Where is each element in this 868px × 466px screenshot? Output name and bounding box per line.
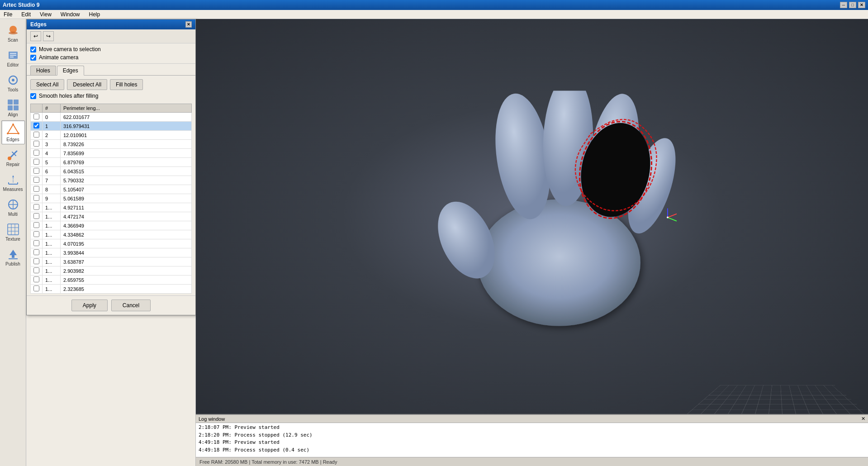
apply-button[interactable]: Apply xyxy=(71,300,108,311)
sidebar-item-edges[interactable]: Edges xyxy=(1,120,25,144)
row-checkbox[interactable] xyxy=(33,123,39,128)
viewport-3d[interactable] xyxy=(196,19,868,414)
row-checkbox-cell[interactable] xyxy=(31,285,43,294)
row-checkbox[interactable] xyxy=(33,222,39,228)
col-checkbox xyxy=(31,104,43,113)
row-checkbox[interactable] xyxy=(33,204,39,210)
row-checkbox[interactable] xyxy=(33,159,39,165)
cancel-button[interactable]: Cancel xyxy=(111,300,151,311)
table-row[interactable]: 5 6.879769 xyxy=(31,158,192,167)
table-row[interactable]: 0 622.031677 xyxy=(31,113,192,122)
row-checkbox-cell[interactable] xyxy=(31,122,43,131)
row-checkbox[interactable] xyxy=(33,258,39,264)
move-camera-checkbox[interactable] xyxy=(30,47,36,52)
row-checkbox-cell[interactable] xyxy=(31,158,43,167)
table-row[interactable]: 1... 4.927111 xyxy=(31,203,192,212)
tab-edges[interactable]: Edges xyxy=(57,66,84,76)
row-checkbox-cell[interactable] xyxy=(31,185,43,194)
row-checkbox[interactable] xyxy=(33,177,39,183)
row-checkbox-cell[interactable] xyxy=(31,248,43,257)
move-camera-option[interactable]: Move camera to selection xyxy=(30,46,192,52)
menu-view[interactable]: View xyxy=(38,11,53,18)
table-row[interactable]: 4 7.835699 xyxy=(31,149,192,158)
maximize-button[interactable]: □ xyxy=(849,2,856,8)
row-checkbox-cell[interactable] xyxy=(31,194,43,203)
row-checkbox-cell[interactable] xyxy=(31,230,43,239)
table-row[interactable]: 1... 3.993844 xyxy=(31,248,192,257)
smooth-holes-option[interactable]: Smooth holes after filling xyxy=(30,93,192,99)
row-checkbox-cell[interactable] xyxy=(31,257,43,266)
row-checkbox[interactable] xyxy=(33,276,39,282)
sidebar-item-editor[interactable]: Editor xyxy=(1,46,25,70)
tab-holes[interactable]: Holes xyxy=(30,66,56,75)
row-checkbox[interactable] xyxy=(33,141,39,147)
close-button[interactable]: ✕ xyxy=(858,2,865,8)
row-checkbox-cell[interactable] xyxy=(31,149,43,158)
row-checkbox[interactable] xyxy=(33,195,39,201)
row-checkbox[interactable] xyxy=(33,285,39,291)
row-index: 6 xyxy=(43,167,61,176)
sidebar-item-tools[interactable]: Tools xyxy=(1,71,25,95)
table-row[interactable]: 1... 2.903982 xyxy=(31,266,192,276)
fill-holes-button[interactable]: Fill holes xyxy=(110,79,143,90)
row-checkbox-cell[interactable] xyxy=(31,176,43,185)
row-checkbox-cell[interactable] xyxy=(31,113,43,122)
sidebar-item-scan[interactable]: Scan xyxy=(1,21,25,45)
menu-edit[interactable]: Edit xyxy=(19,11,33,18)
table-row[interactable]: 1... 4.070195 xyxy=(31,239,192,248)
table-row[interactable]: 1... 4.366949 xyxy=(31,221,192,230)
row-checkbox[interactable] xyxy=(33,186,39,192)
table-row[interactable]: 1... 4.472174 xyxy=(31,212,192,221)
sidebar-item-publish[interactable]: Publish xyxy=(1,245,25,269)
row-checkbox[interactable] xyxy=(33,132,39,138)
table-row[interactable]: 1... 2.323685 xyxy=(31,285,192,294)
table-row[interactable]: 9 5.061589 xyxy=(31,194,192,203)
row-checkbox-cell[interactable] xyxy=(31,212,43,221)
svg-point-1 xyxy=(9,32,18,34)
table-row[interactable]: 2 12.010901 xyxy=(31,131,192,140)
sidebar-item-repair[interactable]: Repair xyxy=(1,145,25,169)
row-checkbox-cell[interactable] xyxy=(31,221,43,230)
table-row[interactable]: 1... 4.334862 xyxy=(31,230,192,239)
minimize-button[interactable]: ─ xyxy=(840,2,847,8)
row-checkbox[interactable] xyxy=(33,213,39,219)
row-checkbox[interactable] xyxy=(33,267,39,273)
table-row[interactable]: 6 6.043515 xyxy=(31,167,192,176)
menu-file[interactable]: File xyxy=(2,11,14,18)
sidebar-item-measures[interactable]: Measures xyxy=(1,170,25,194)
row-checkbox[interactable] xyxy=(33,114,39,119)
log-close-icon[interactable]: ✕ xyxy=(861,416,865,422)
row-checkbox-cell[interactable] xyxy=(31,167,43,176)
sidebar-item-texture[interactable]: Texture xyxy=(1,220,25,244)
row-checkbox[interactable] xyxy=(33,240,39,246)
table-row[interactable]: 1... 3.638787 xyxy=(31,257,192,266)
table-row[interactable]: 1 316.979431 xyxy=(31,122,192,131)
animate-camera-option[interactable]: Animate camera xyxy=(30,54,192,61)
dialog-close-button[interactable]: ✕ xyxy=(185,21,192,28)
table-row[interactable]: 8 5.105407 xyxy=(31,185,192,194)
select-all-button[interactable]: Select All xyxy=(30,79,64,90)
row-checkbox-cell[interactable] xyxy=(31,131,43,140)
undo-button[interactable]: ↩ xyxy=(30,31,41,41)
menu-help[interactable]: Help xyxy=(87,11,102,18)
row-checkbox-cell[interactable] xyxy=(31,266,43,276)
deselect-all-button[interactable]: Deselect All xyxy=(67,79,107,90)
row-checkbox-cell[interactable] xyxy=(31,203,43,212)
row-checkbox-cell[interactable] xyxy=(31,239,43,248)
sidebar-item-align[interactable]: Align xyxy=(1,95,25,119)
row-checkbox[interactable] xyxy=(33,150,39,156)
hand-model-svg xyxy=(369,90,731,353)
row-checkbox[interactable] xyxy=(33,168,39,174)
table-row[interactable]: 1... 2.659755 xyxy=(31,276,192,285)
row-checkbox-cell[interactable] xyxy=(31,140,43,149)
sidebar-item-multi[interactable]: Multi xyxy=(1,195,25,219)
menu-window[interactable]: Window xyxy=(59,11,82,18)
row-checkbox[interactable] xyxy=(33,231,39,237)
smooth-holes-checkbox[interactable] xyxy=(30,93,36,99)
table-row[interactable]: 3 8.739226 xyxy=(31,140,192,149)
row-checkbox[interactable] xyxy=(33,249,39,255)
table-row[interactable]: 7 5.790332 xyxy=(31,176,192,185)
animate-camera-checkbox[interactable] xyxy=(30,55,36,61)
row-checkbox-cell[interactable] xyxy=(31,276,43,285)
redo-button[interactable]: ↪ xyxy=(43,31,54,41)
